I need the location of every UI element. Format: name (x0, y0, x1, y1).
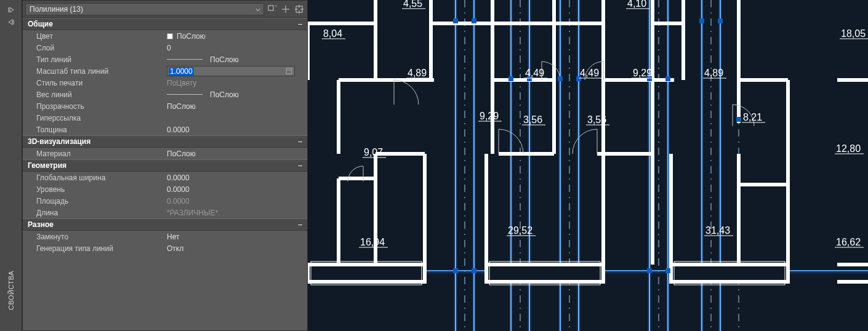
collapse-icon: – (298, 220, 302, 229)
dimension-text: 9,07 (364, 147, 383, 158)
dimension-text: 16,94 (360, 237, 385, 247)
prop-layer[interactable]: Слой 0 (23, 42, 307, 54)
dimension-text: 4,55 (403, 0, 422, 9)
dimension-text: 12,80 (836, 143, 861, 154)
prop-area[interactable]: Площадь 0.0000 (23, 195, 307, 207)
prop-elevation[interactable]: Уровень 0.0000 (23, 183, 307, 195)
collapse-icon: – (298, 20, 302, 28)
dimension-text: 16,62 (836, 237, 861, 247)
dimension-text: 8,21 (743, 112, 762, 122)
selection-dropdown[interactable]: Полилиния (13) (25, 3, 264, 15)
dimension-text: 29,52 (508, 225, 532, 236)
svg-rect-51 (453, 18, 458, 23)
dimension-text: 9,29 (480, 111, 499, 121)
prop-ltscale[interactable]: Масштаб типа линий 1.0000 (23, 65, 307, 77)
dimension-text: 3,56 (587, 114, 606, 125)
palette-dock-strip: СВОЙСТВА (0, 0, 22, 331)
svg-text:+: + (275, 4, 277, 9)
dimension-text: 31,43 (705, 225, 730, 236)
svg-rect-53 (508, 76, 513, 81)
properties-palette: Полилиния (13) + Общие – Цвет (22, 0, 308, 331)
prop-hyperlink[interactable]: Гиперссылка (23, 112, 307, 124)
svg-rect-62 (453, 268, 458, 273)
section-general[interactable]: Общие – (23, 18, 307, 30)
linetype-preview (167, 59, 203, 60)
prop-thickness[interactable]: Толщина 0.0000 (23, 124, 307, 135)
dock-toggle-icon[interactable] (6, 5, 16, 15)
dimension-text: 4,49 (525, 68, 544, 78)
chevron-down-icon (255, 6, 261, 15)
prop-globalwidth[interactable]: Глобальная ширина 0.0000 (23, 172, 307, 183)
dimension-text: 4,10 (627, 0, 646, 9)
palette-title: СВОЙСТВА (7, 271, 15, 310)
svg-rect-60 (718, 18, 723, 23)
svg-rect-2 (268, 6, 273, 10)
svg-rect-61 (736, 117, 741, 122)
collapse-icon: – (298, 137, 302, 146)
calculator-icon[interactable] (285, 67, 293, 75)
section-3dviz[interactable]: 3D-визуализация – (23, 135, 307, 148)
section-misc[interactable]: Разное – (23, 218, 307, 231)
prop-color[interactable]: Цвет ПоСлою (23, 30, 307, 42)
properties-body: Общие – Цвет ПоСлою Слой 0 Тип линий ПоС… (23, 18, 307, 330)
svg-rect-59 (699, 18, 704, 23)
drawing-svg: 4,554,108,0418,054,894,494,499,294,899,2… (308, 0, 868, 331)
prop-lineweight[interactable]: Вес линий ПоСлою (23, 89, 307, 100)
prop-linetype[interactable]: Тип линий ПоСлою (23, 54, 307, 65)
svg-rect-58 (665, 76, 670, 81)
select-objects-icon[interactable] (294, 4, 305, 15)
dimension-text: 18,05 (841, 28, 866, 39)
dimension-text: 8,04 (323, 28, 342, 39)
prop-material[interactable]: Материал ПоСлою (23, 148, 307, 159)
prop-plotstyle[interactable]: Стиль печати ПоЦвету (23, 77, 307, 89)
pickadd-icon[interactable] (280, 4, 291, 15)
ltscale-input[interactable]: 1.0000 (167, 66, 295, 76)
svg-rect-65 (665, 268, 670, 273)
prop-ltgen[interactable]: Генерация типа линий Откл (23, 242, 307, 254)
svg-rect-64 (647, 268, 652, 273)
drawing-canvas[interactable]: 4,554,108,0418,054,894,494,499,294,899,2… (308, 0, 868, 331)
collapse-icon: – (298, 161, 302, 170)
selection-value: Полилиния (13) (30, 5, 83, 14)
prop-transparency[interactable]: Прозрачность ПоСлою (23, 100, 307, 112)
dimension-text: 4,89 (704, 68, 723, 78)
lineweight-preview (167, 94, 203, 95)
palette-header: Полилиния (13) + (23, 1, 307, 18)
dock-collapse-icon[interactable] (6, 17, 16, 27)
dimension-text: 4,49 (580, 68, 599, 78)
section-geometry[interactable]: Геометрия – (23, 159, 307, 172)
prop-length[interactable]: Длина *РАЗЛИЧНЫЕ* (23, 207, 307, 218)
svg-rect-11 (286, 68, 292, 74)
dimension-text: 9,29 (633, 68, 652, 78)
dimension-text: 3,56 (523, 114, 542, 125)
svg-rect-52 (472, 18, 476, 23)
svg-rect-55 (558, 76, 563, 81)
svg-rect-63 (472, 268, 476, 273)
dimension-text: 4,89 (408, 68, 427, 78)
color-swatch (167, 33, 173, 39)
prop-closed[interactable]: Замкнуто Нет (23, 231, 307, 242)
quick-select-icon[interactable]: + (267, 4, 278, 15)
